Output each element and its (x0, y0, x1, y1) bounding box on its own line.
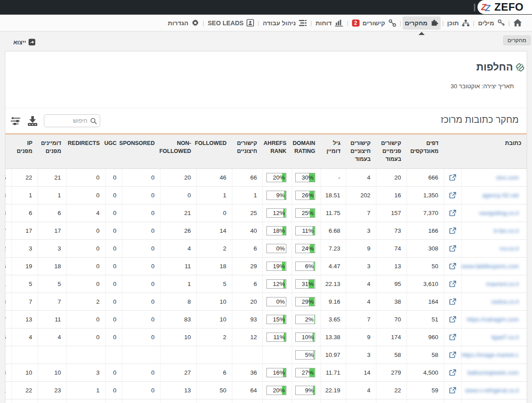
open-link-cell[interactable] (444, 381, 461, 399)
col-header-ext_page[interactable]: קישוריםחיצונייםבעמוד (346, 134, 376, 168)
internal-cell: 174 (376, 328, 407, 346)
nav-item-settings[interactable]: הגדרות (165, 16, 201, 29)
internal-cell: 157 (376, 204, 407, 222)
url-cell[interactable]: rcv.co.il (461, 239, 527, 257)
url-cell[interactable]: stvx.com (461, 168, 527, 186)
open-link-cell[interactable] (444, 204, 461, 222)
url-link[interactable]: https://nahagim.com (467, 316, 519, 323)
external-link-icon[interactable] (449, 280, 456, 287)
external-link-icon[interactable] (449, 351, 456, 358)
redirects-cell: 0 (66, 186, 105, 204)
external-link-icon[interactable] (449, 369, 456, 376)
url-cell[interactable]: www.v-refrigerat.co.il (461, 381, 527, 399)
col-header-indexed[interactable]: דפיםמאונדקסים (407, 134, 444, 168)
url-link[interactable]: https://image-market.co.il (462, 352, 519, 358)
url-link[interactable]: www.v-refrigerat.co.il (465, 387, 519, 394)
url-cell[interactable]: maxrent.co.il (461, 275, 527, 293)
breadcrumb[interactable]: מחקרים (503, 35, 531, 45)
open-link-cell[interactable] (444, 222, 461, 239)
url-link[interactable]: maxrent.co.il (486, 281, 519, 287)
external-link-icon[interactable] (449, 174, 456, 180)
nav-item-home[interactable] (511, 16, 524, 29)
url-cell[interactable]: https://image-market.co.il (461, 346, 527, 364)
domain-rating-box: 9% (295, 386, 315, 395)
page-title: החלפות (476, 61, 513, 73)
table-row: rcv.co.il3087497.2324%0%6240003312 (5, 239, 527, 257)
url-cell[interactable]: balloonixjewels.com (461, 364, 527, 381)
url-link[interactable]: agency-92.net (482, 192, 519, 199)
col-header-ar[interactable]: AHREFSRANK (262, 134, 292, 168)
open-link-cell[interactable] (444, 364, 461, 381)
url-link[interactable]: b-fan.co.il (494, 227, 519, 234)
col-header-dr[interactable]: DOMAINRATING (292, 134, 321, 168)
external-link-icon[interactable] (449, 262, 456, 269)
col-header-internal[interactable]: קישוריםפנימייםבעמוד (376, 134, 407, 168)
url-cell[interactable]: ligad7.co.il (461, 328, 527, 346)
ref_ip-cell: 22 (12, 168, 38, 186)
nav-item-words[interactable]: מילים (476, 16, 507, 29)
col-header-ref_dom[interactable]: דומייניםמפנים (38, 134, 66, 168)
open-link-cell[interactable] (444, 328, 461, 346)
nofollow-cell: 0 (160, 186, 196, 204)
url-cell[interactable]: www.fablifexperts.com (461, 257, 527, 275)
download-button[interactable] (27, 115, 39, 127)
col-header-url[interactable]: כתובת (461, 134, 527, 168)
col-header-redirects[interactable]: REDIRECTS (66, 134, 105, 168)
col-header-followed[interactable]: FOLLOWED (196, 134, 232, 168)
nav-item-reports[interactable]: דוחות (313, 16, 345, 29)
export-button[interactable]: ייצוא (13, 39, 35, 46)
url-link[interactable]: navigoblog.co.il (479, 210, 519, 216)
brand-logo[interactable]: Z Z ZEFO (477, 0, 532, 14)
domain-rating-box: 24% (295, 244, 315, 253)
open-link-cell[interactable] (444, 186, 461, 204)
url-link[interactable]: stvx.com (496, 174, 519, 181)
url-cell[interactable]: agency-92.net (461, 186, 527, 204)
age-cell: 9.16 (321, 293, 346, 310)
url-cell[interactable]: cedna.co.il (461, 293, 527, 310)
external-link-icon[interactable] (449, 316, 456, 322)
nav-item-seo-leads[interactable]: SEO LEADS (205, 16, 256, 29)
open-link-cell[interactable] (444, 346, 461, 364)
clipped-value: 8 (5, 192, 6, 199)
bar-chart-icon (335, 19, 343, 27)
redirects-cell: 0 (66, 310, 105, 328)
url-link[interactable]: rcv.co.il (500, 245, 519, 252)
followed-cell: 2 (196, 328, 232, 346)
open-link-cell[interactable] (444, 310, 461, 328)
open-link-cell[interactable] (444, 257, 461, 275)
sponsored-cell: 0 (122, 204, 160, 222)
external-link-icon[interactable] (449, 333, 456, 340)
col-header-ref_ip[interactable]: IPמפנים (12, 134, 38, 168)
nav-item-research[interactable]: מחקרים (403, 16, 441, 30)
url-cell[interactable]: https://nahagim.com (461, 310, 527, 328)
open-link-cell[interactable] (444, 293, 461, 310)
external-link-icon[interactable] (449, 209, 456, 216)
url-link[interactable]: ligad7.co.il (492, 334, 519, 340)
external-link-icon[interactable] (449, 387, 456, 393)
col-header-age[interactable]: גילדומיין (321, 134, 346, 168)
ugc-cell: 0 (105, 293, 122, 310)
ar-cell (262, 346, 292, 364)
open-link-cell[interactable] (444, 239, 461, 257)
url-cell[interactable]: b-fan.co.il (461, 222, 527, 239)
col-header-nofollow[interactable]: NON-FOLLOWED (160, 134, 196, 168)
open-link-cell[interactable] (444, 275, 461, 293)
open-link-cell[interactable] (444, 168, 461, 186)
url-link[interactable]: balloonixjewels.com (467, 369, 519, 376)
nav-item-links[interactable]: קישורים2 (350, 16, 399, 30)
url-link[interactable]: www.fablifexperts.com (462, 263, 519, 270)
external-link-icon[interactable] (449, 298, 456, 305)
empty-cell (262, 399, 292, 403)
nav-item-content[interactable]: תוכן (445, 17, 472, 29)
main-panel: החלפות תאריך יצירה: אוקטובר 30 מחקר כתוב… (5, 51, 527, 403)
url-link[interactable]: cedna.co.il (491, 298, 519, 305)
filter-sliders-button[interactable] (10, 115, 21, 127)
external-link-icon[interactable] (449, 245, 456, 251)
external-link-icon[interactable] (449, 227, 456, 234)
external-link-icon[interactable] (449, 192, 456, 198)
nav-item-work[interactable]: ניהול עבודה (261, 17, 309, 29)
nofollow-cell: 4 (160, 239, 196, 257)
col-header-ext[interactable]: קישוריםחיצוניים (232, 134, 262, 168)
url-cell[interactable]: navigoblog.co.il (461, 204, 527, 222)
col-header-sponsored[interactable]: SPONSORED (122, 134, 160, 168)
